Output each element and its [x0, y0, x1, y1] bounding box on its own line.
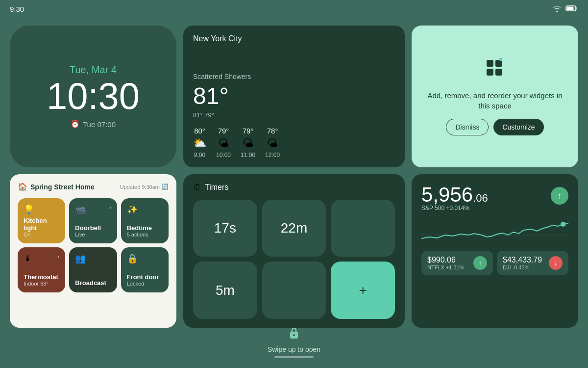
- forecast-item-2: 79° 🌤 10:00: [216, 127, 231, 158]
- timers-title: Timers: [205, 183, 228, 192]
- stock-dji-indicator: ↓: [549, 256, 563, 270]
- front-door-name: Front door: [127, 273, 163, 281]
- stock-price-cents: .06: [473, 192, 488, 204]
- smarthome-grid: 💡 Kitchen light On 📹 › Doorbell Live: [18, 198, 169, 292]
- doorbell-arrow: ›: [109, 204, 111, 211]
- kitchen-light-tile[interactable]: 💡 Kitchen light On: [18, 198, 65, 243]
- forecast-icon: 🌤: [243, 137, 253, 150]
- kitchen-light-icon: 💡: [24, 204, 34, 215]
- weather-widget: New York City Scattered Showers 81° 81° …: [183, 26, 405, 167]
- widget-promo: Add, remove, and reorder your widgets in…: [412, 26, 578, 167]
- updated-text: Updated 9:30am: [120, 184, 160, 190]
- bedtime-status: 5 actions: [127, 232, 163, 237]
- forecast-temp: 78°: [267, 127, 278, 135]
- stock-price: 5,956.06: [421, 183, 488, 207]
- timer-item-5m[interactable]: 5m: [193, 262, 257, 318]
- doorbell-icon: 📹: [75, 204, 86, 215]
- main-content: Tue, Mar 4 10:30 ⏰ Tue 07:00 New York Ci…: [0, 18, 588, 368]
- forecast-time: 9:00: [194, 152, 205, 158]
- doorbell-tile[interactable]: 📹 › Doorbell Live: [69, 198, 117, 243]
- thermostat-name: Thermostat: [24, 273, 59, 281]
- weather-city: New York City: [193, 34, 395, 43]
- timer-item-17s[interactable]: 17s: [193, 200, 257, 257]
- stock-ntflx-change: NTFLX +1.31%: [427, 264, 465, 270]
- bottom-section: Swipe up to open: [0, 326, 588, 358]
- battery-icon: [565, 5, 578, 13]
- promo-buttons: Dismiss Customize: [446, 119, 543, 135]
- tile-header: ✨: [127, 204, 163, 217]
- svg-rect-3: [487, 60, 493, 67]
- clock-alarm: ⏰ Tue 07:00: [71, 120, 116, 129]
- customize-button[interactable]: Customize: [493, 119, 543, 135]
- widgets-icon: [485, 58, 505, 82]
- svg-rect-4: [495, 60, 502, 67]
- weather-temp-main: 81°: [193, 82, 395, 109]
- alarm-time: Tue 07:00: [83, 120, 116, 129]
- timer-icon: ⏱: [193, 183, 201, 192]
- stock-ntflx-indicator: ↑: [473, 256, 487, 270]
- alarm-icon: ⏰: [71, 120, 80, 129]
- stocks-widget: 5,956.06 S&P 500 +0.014% ↑ $990.06 NTFLX…: [412, 174, 578, 327]
- stock-cards: $990.06 NTFLX +1.31% ↑ $43,433.79 DJI -0…: [421, 251, 568, 275]
- forecast-time: 12:00: [265, 152, 280, 158]
- dismiss-button[interactable]: Dismiss: [446, 119, 489, 135]
- forecast-icon: 🌤: [218, 137, 229, 150]
- tile-header: 🔒: [127, 253, 163, 266]
- kitchen-light-name: Kitchen light: [24, 217, 59, 232]
- forecast-icon: 🌤: [267, 137, 278, 150]
- forecast-temp: 79°: [243, 127, 254, 135]
- broadcast-name: Broadcast: [75, 279, 111, 287]
- bedtime-icon: ✨: [127, 204, 138, 215]
- svg-rect-1: [576, 7, 577, 9]
- smarthome-updated: Updated 9:30am 🔄: [120, 184, 169, 190]
- svg-rect-6: [495, 69, 502, 76]
- broadcast-icon: 👥: [75, 253, 86, 264]
- promo-text: Add, remove, and reorder your widgets in…: [423, 90, 566, 111]
- svg-rect-7: [499, 58, 502, 61]
- tile-header: 🌡 ›: [24, 253, 59, 265]
- timer-item-empty2[interactable]: [262, 262, 326, 318]
- smarthome-widget: 🏠 Spring Street Home Updated 9:30am 🔄 💡 …: [10, 174, 176, 327]
- timer-item-empty1[interactable]: [331, 200, 395, 257]
- forecast-temp: 79°: [218, 127, 229, 135]
- tile-header: 👥: [75, 253, 111, 266]
- stock-card-dji[interactable]: $43,433.79 DJI -0.43% ↓: [497, 251, 568, 275]
- stock-card-ntflx[interactable]: $990.06 NTFLX +1.31% ↑: [421, 251, 493, 275]
- forecast-time: 11:00: [241, 152, 255, 158]
- status-time: 9:30: [10, 5, 24, 13]
- stock-chart: [421, 216, 568, 246]
- smarthome-title-row: 🏠 Spring Street Home: [18, 182, 95, 191]
- forecast-item-3: 79° 🌤 11:00: [241, 127, 255, 158]
- clock-date: Tue, Mar 4: [70, 64, 117, 76]
- smarthome-title: Spring Street Home: [30, 183, 95, 191]
- front-door-icon: 🔒: [127, 253, 138, 264]
- kitchen-light-status: On: [24, 232, 59, 237]
- timers-header: ⏱ Timers: [193, 183, 395, 192]
- timer-item-22m[interactable]: 22m: [262, 200, 326, 257]
- weather-condition: Scattered Showers: [193, 73, 395, 80]
- timers-grid: 17s 22m 5m +: [193, 200, 395, 318]
- broadcast-tile[interactable]: 👥 Broadcast: [69, 247, 117, 292]
- stock-main: 5,956.06 S&P 500 +0.014% ↑: [421, 183, 568, 211]
- tile-header: 💡: [24, 204, 59, 217]
- thermostat-tile[interactable]: 🌡 › Thermostat Indoor 68°: [18, 247, 65, 292]
- clock-time: 10:30: [47, 78, 140, 115]
- stock-ntflx-price: $990.06: [427, 256, 465, 264]
- swipe-bar[interactable]: [274, 356, 314, 358]
- forecast-item-4: 78° 🌤 12:00: [265, 127, 280, 158]
- bedtime-tile[interactable]: ✨ Bedtime 5 actions: [121, 198, 169, 243]
- weather-hi-lo: 81° 79°: [193, 111, 395, 119]
- thermostat-icon: 🌡: [24, 253, 32, 263]
- smarthome-header: 🏠 Spring Street Home Updated 9:30am 🔄: [18, 182, 169, 191]
- front-door-tile[interactable]: 🔒 Front door Locked: [121, 247, 169, 292]
- home-icon: 🏠: [18, 182, 27, 191]
- status-bar: 9:30: [0, 0, 588, 18]
- timer-add-button[interactable]: +: [331, 262, 395, 318]
- stock-card-ntflx-info: $990.06 NTFLX +1.31%: [427, 256, 465, 270]
- doorbell-name: Doorbell: [75, 224, 111, 232]
- forecast-item-1: 80° ⛅ 9:00: [193, 127, 206, 158]
- svg-rect-5: [487, 69, 493, 76]
- svg-rect-11: [294, 334, 295, 336]
- stock-up-indicator: ↑: [551, 187, 568, 205]
- stock-dji-price: $43,433.79: [503, 256, 542, 264]
